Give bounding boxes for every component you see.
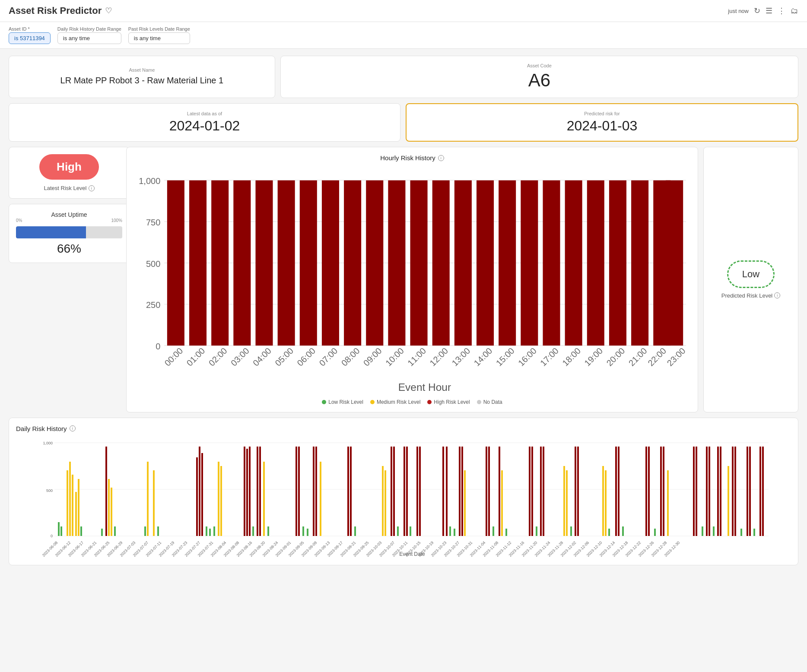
hourly-chart-info-icon[interactable]: i bbox=[438, 155, 444, 161]
header-actions: just now ↻ ☰ ⋮ 🗂 bbox=[728, 6, 798, 16]
refresh-icon[interactable]: ↻ bbox=[754, 6, 760, 16]
svg-rect-165 bbox=[747, 447, 748, 536]
svg-text:08:00: 08:00 bbox=[340, 346, 362, 368]
svg-rect-144 bbox=[615, 447, 617, 536]
predicted-date-label: Predicted risk for bbox=[584, 111, 620, 116]
svg-rect-94 bbox=[257, 447, 258, 536]
uptime-card: Asset Uptime 0% 100% 66% bbox=[9, 204, 130, 263]
uptime-min-label: 0% bbox=[16, 218, 22, 223]
legend-low-label: Low Risk Level bbox=[328, 399, 363, 405]
asset-id-label: Asset ID * bbox=[9, 26, 51, 32]
svg-rect-71 bbox=[78, 479, 79, 536]
svg-rect-76 bbox=[111, 488, 112, 536]
svg-rect-132 bbox=[531, 447, 533, 536]
svg-rect-110 bbox=[391, 447, 392, 536]
svg-rect-28 bbox=[565, 181, 582, 346]
legend-low-dot bbox=[322, 400, 326, 404]
latest-risk-info-icon[interactable]: i bbox=[89, 185, 95, 191]
svg-rect-82 bbox=[196, 457, 198, 536]
svg-rect-15 bbox=[278, 181, 295, 346]
svg-rect-66 bbox=[60, 526, 62, 536]
svg-rect-155 bbox=[702, 526, 703, 536]
svg-rect-148 bbox=[648, 447, 650, 536]
svg-rect-97 bbox=[267, 526, 269, 536]
legend-high: High Risk Level bbox=[427, 399, 470, 405]
svg-rect-19 bbox=[366, 181, 383, 346]
app-title-container: Asset Risk Predictor ♡ bbox=[9, 5, 112, 16]
svg-rect-75 bbox=[108, 479, 110, 536]
svg-rect-105 bbox=[347, 447, 349, 536]
uptime-bar-container bbox=[16, 226, 122, 238]
svg-rect-78 bbox=[144, 526, 146, 536]
svg-rect-12 bbox=[211, 181, 229, 346]
asset-code-card: Asset Code A6 bbox=[280, 56, 798, 98]
daily-range-label: Daily Risk History Date Range bbox=[57, 26, 121, 32]
asset-code-value: A6 bbox=[528, 70, 550, 91]
predicted-risk-info-icon[interactable]: i bbox=[774, 292, 780, 298]
svg-rect-72 bbox=[80, 526, 82, 536]
svg-rect-161 bbox=[728, 466, 729, 536]
asset-id-chip[interactable]: is 53711394 bbox=[9, 32, 51, 44]
svg-text:02:00: 02:00 bbox=[207, 346, 229, 368]
svg-rect-136 bbox=[563, 466, 565, 536]
svg-text:Event Hour: Event Hour bbox=[398, 381, 451, 393]
legend-medium-dot bbox=[370, 400, 375, 404]
daily-range-chip[interactable]: is any time bbox=[57, 32, 121, 44]
svg-text:05:00: 05:00 bbox=[273, 346, 295, 368]
svg-rect-109 bbox=[384, 470, 386, 536]
legend-no-data-dot bbox=[477, 400, 481, 404]
svg-rect-116 bbox=[416, 447, 418, 536]
svg-rect-27 bbox=[543, 181, 560, 346]
asset-code-label: Asset Code bbox=[527, 63, 552, 68]
daily-chart-info-icon[interactable]: i bbox=[70, 425, 76, 431]
predicted-risk-card: Low Predicted Risk Level i bbox=[703, 147, 798, 412]
svg-rect-113 bbox=[404, 447, 405, 536]
past-range-chip[interactable]: is any time bbox=[128, 32, 190, 44]
svg-rect-118 bbox=[442, 447, 444, 536]
svg-text:1,000: 1,000 bbox=[139, 176, 160, 186]
svg-rect-17 bbox=[322, 181, 339, 346]
svg-rect-23 bbox=[454, 181, 472, 346]
svg-rect-157 bbox=[709, 447, 710, 536]
folder-icon[interactable]: 🗂 bbox=[791, 6, 798, 16]
svg-rect-95 bbox=[259, 447, 261, 536]
svg-text:15:00: 15:00 bbox=[494, 346, 516, 368]
svg-rect-120 bbox=[449, 526, 451, 536]
uptime-value: 66% bbox=[57, 242, 81, 256]
svg-rect-88 bbox=[218, 462, 219, 536]
dates-row: Latest data as of 2024-01-02 Predicted r… bbox=[9, 103, 798, 142]
predicted-risk-label: Predicted Risk Level i bbox=[721, 292, 781, 299]
latest-date-card: Latest data as of 2024-01-02 bbox=[9, 103, 400, 142]
svg-rect-167 bbox=[753, 529, 755, 536]
svg-text:18:00: 18:00 bbox=[560, 346, 582, 368]
svg-text:04:00: 04:00 bbox=[251, 346, 273, 368]
svg-text:23:00: 23:00 bbox=[665, 346, 687, 368]
daily-range-filter: Daily Risk History Date Range is any tim… bbox=[57, 26, 121, 44]
svg-rect-77 bbox=[114, 526, 116, 536]
svg-rect-108 bbox=[382, 466, 384, 536]
legend-high-dot bbox=[427, 400, 432, 404]
svg-rect-10 bbox=[167, 181, 184, 346]
svg-rect-146 bbox=[622, 526, 624, 536]
svg-rect-107 bbox=[354, 526, 356, 536]
svg-rect-135 bbox=[543, 447, 544, 536]
svg-rect-67 bbox=[67, 470, 68, 536]
svg-rect-169 bbox=[762, 447, 764, 536]
svg-rect-93 bbox=[252, 526, 254, 536]
svg-text:19:00: 19:00 bbox=[582, 346, 604, 368]
daily-chart-card: Daily Risk History i 1,000 500 0 bbox=[9, 418, 798, 565]
more-icon[interactable]: ⋮ bbox=[778, 6, 785, 16]
predicted-date-card: Predicted risk for 2024-01-03 bbox=[406, 103, 798, 142]
svg-text:0: 0 bbox=[156, 342, 160, 351]
svg-rect-29 bbox=[587, 181, 604, 346]
svg-rect-104 bbox=[320, 462, 321, 536]
svg-rect-133 bbox=[536, 526, 537, 536]
svg-rect-119 bbox=[446, 447, 448, 536]
svg-rect-92 bbox=[249, 447, 251, 536]
svg-rect-121 bbox=[454, 529, 455, 536]
svg-text:01:00: 01:00 bbox=[185, 346, 207, 368]
filter-icon[interactable]: ☰ bbox=[766, 6, 772, 16]
favorite-icon[interactable]: ♡ bbox=[105, 6, 112, 16]
svg-rect-102 bbox=[313, 447, 315, 536]
svg-rect-106 bbox=[350, 447, 352, 536]
